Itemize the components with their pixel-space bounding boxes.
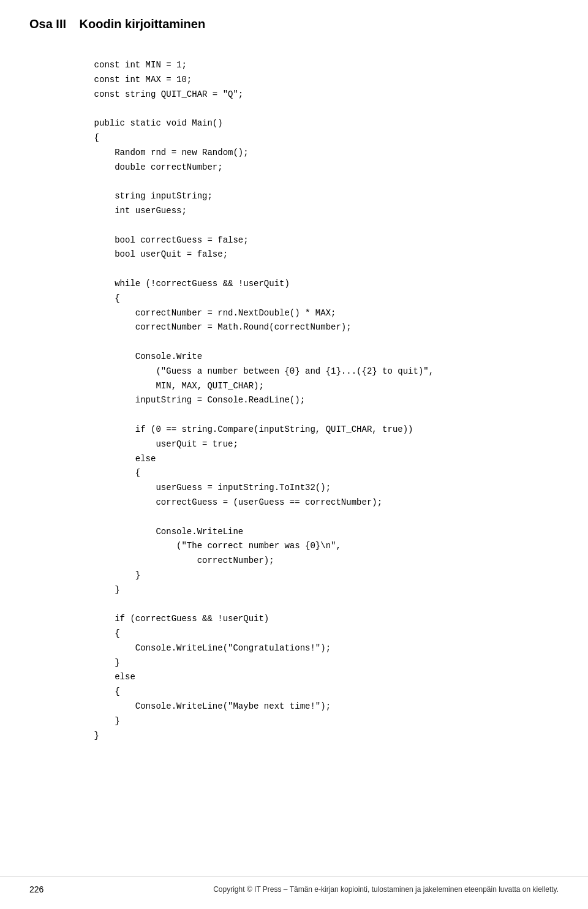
page-number: 226 bbox=[29, 884, 43, 894]
page-header: Osa III Koodin kirjoittaminen bbox=[0, 0, 588, 43]
code-block: const int MIN = 1; const int MAX = 10; c… bbox=[74, 58, 514, 743]
chapter-title: Koodin kirjoittaminen bbox=[80, 17, 206, 31]
code-section: const int MIN = 1; const int MAX = 10; c… bbox=[0, 43, 588, 758]
part-number: Osa III bbox=[29, 17, 66, 31]
copyright-text: Copyright © IT Press – Tämän e-kirjan ko… bbox=[213, 885, 559, 894]
page-footer: 226 Copyright © IT Press – Tämän e-kirja… bbox=[0, 877, 588, 894]
